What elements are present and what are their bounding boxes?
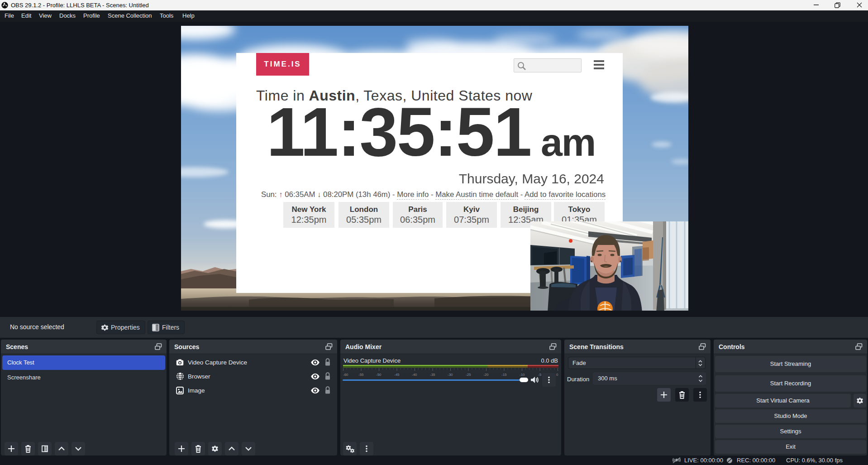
svg-text:-35: -35 — [430, 373, 435, 377]
svg-text:-40: -40 — [412, 373, 417, 377]
svg-text:-55: -55 — [358, 373, 364, 377]
svg-text:-20: -20 — [483, 373, 489, 377]
svg-text:-25: -25 — [466, 373, 471, 377]
svg-text:-50: -50 — [376, 373, 382, 377]
svg-text:-60: -60 — [343, 373, 348, 377]
svg-text:-30: -30 — [448, 373, 453, 377]
svg-text:-45: -45 — [394, 373, 400, 377]
svg-text:0: 0 — [556, 373, 558, 377]
svg-text:-10: -10 — [520, 373, 525, 377]
svg-text:-15: -15 — [501, 373, 507, 377]
